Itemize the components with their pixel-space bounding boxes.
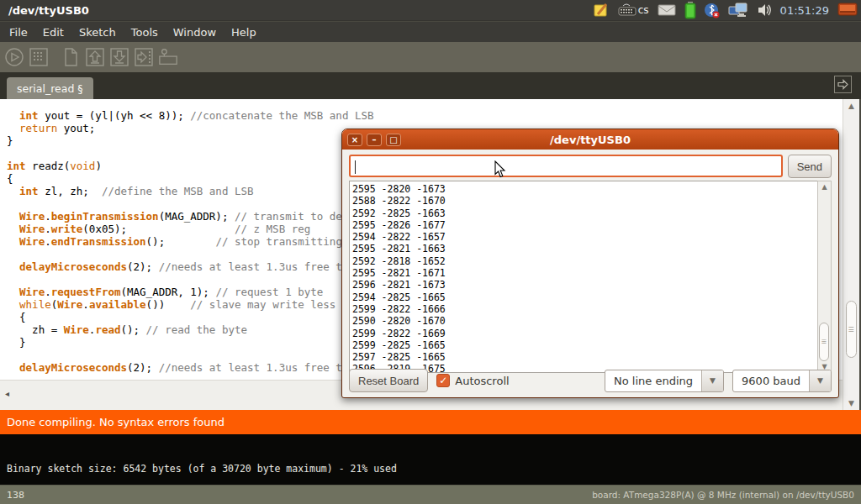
baud-rate-dropdown[interactable]: 9600 baud ▼ xyxy=(732,370,832,392)
serial-output-row: 2590 -2820 -1670 xyxy=(352,315,821,327)
open-sketch-button[interactable] xyxy=(85,47,105,67)
note-edit-icon[interactable] xyxy=(593,1,610,19)
toolbar xyxy=(0,42,861,72)
stop-button[interactable] xyxy=(29,47,49,67)
line-ending-value: No line ending xyxy=(605,370,701,391)
serial-monitor-window: × – □ /dev/ttyUSB0 Send 2595 -2820 -1673… xyxy=(341,129,839,398)
serial-output-row: 2597 -2825 -1665 xyxy=(352,351,821,363)
menu-help[interactable]: Help xyxy=(224,24,264,41)
serial-output-row: 2592 -2825 -1663 xyxy=(352,207,821,219)
volume-icon[interactable] xyxy=(757,1,772,19)
serial-output-row: 2594 -2822 -1657 xyxy=(352,231,821,243)
minimize-icon[interactable]: – xyxy=(367,134,382,146)
serial-output-row: 2595 -2821 -1671 xyxy=(352,267,821,279)
menu-file[interactable]: File xyxy=(2,24,35,41)
keyboard-layout-icon[interactable]: cs xyxy=(618,1,649,19)
chevron-down-icon: ▼ xyxy=(809,370,831,391)
serial-output-row: 2599 -2822 -1666 xyxy=(352,303,821,315)
close-icon[interactable]: × xyxy=(347,134,362,146)
serial-output-row: 2588 -2822 -1670 xyxy=(352,195,821,207)
code-line: int yout = (yl|(yh << 8)); //concatenate… xyxy=(7,109,843,122)
mail-icon[interactable] xyxy=(658,1,676,19)
menu-sketch[interactable]: Sketch xyxy=(71,24,124,41)
save-sketch-button[interactable] xyxy=(109,47,129,67)
serial-output-row: 2596 -2821 -1673 xyxy=(352,279,821,291)
serial-output-row: 2595 -2820 -1673 xyxy=(352,183,821,195)
status-footer: 138 board: ATmega328P(A) @ 8 MHz (intern… xyxy=(0,485,861,504)
serial-output-row: 2595 -2826 -1677 xyxy=(352,219,821,231)
line-ending-dropdown[interactable]: No line ending ▼ xyxy=(605,370,724,392)
vscroll-up-arrow-icon[interactable]: ▲ xyxy=(843,102,859,110)
menu-window[interactable]: Window xyxy=(166,24,224,41)
serial-scroll-thumb[interactable]: ☰ xyxy=(819,323,829,361)
autoscroll-checkbox[interactable]: ✓ xyxy=(436,374,450,387)
reset-board-button[interactable]: Reset Board xyxy=(349,369,428,392)
build-console-text: Binary sketch size: 6542 bytes (of a 307… xyxy=(7,463,397,475)
send-button[interactable]: Send xyxy=(788,155,832,178)
editor-vscrollbar[interactable]: ▲ ▼ ☰ xyxy=(843,99,859,410)
new-sketch-button[interactable] xyxy=(61,47,81,67)
text-caret xyxy=(355,160,356,174)
top-panel: /dev/ttyUSB0 cs 01:5 xyxy=(0,0,861,21)
maximize-icon[interactable]: □ xyxy=(386,134,401,146)
tab-bar: serial_read § xyxy=(0,72,861,99)
serial-monitor-button[interactable] xyxy=(158,47,178,67)
serial-output-list[interactable]: 2595 -2820 -16732588 -2822 -16702592 -28… xyxy=(349,181,822,373)
window-controls: × – □ xyxy=(342,134,401,146)
system-tray: cs 01:51:29 xyxy=(593,1,861,19)
chevron-down-icon: ▼ xyxy=(701,370,723,391)
baud-rate-value: 9600 baud xyxy=(733,370,809,391)
menu-tools[interactable]: Tools xyxy=(124,24,166,41)
cursor-line-number: 138 xyxy=(0,490,24,501)
serial-output-row: 2594 -2825 -1665 xyxy=(352,291,821,303)
tab-menu-button[interactable] xyxy=(834,76,852,93)
upload-button[interactable] xyxy=(134,47,154,67)
window-title: /dev/ttyUSB0 xyxy=(0,4,89,17)
serial-input-row: Send xyxy=(349,155,832,178)
tab-label: serial_read § xyxy=(17,82,83,95)
serial-scroll-up-icon[interactable]: ▲ xyxy=(818,183,831,191)
serial-monitor-controls: Reset Board ✓ Autoscroll No line ending … xyxy=(349,369,832,392)
compile-status-bar: Done compiling. No syntax errors found xyxy=(0,410,861,434)
tab-menu-arrow-icon xyxy=(837,78,849,91)
session-icon[interactable] xyxy=(837,1,858,19)
serial-scrollbar[interactable]: ▲ ▼ ☰ xyxy=(817,181,832,373)
autoscroll-label: Autoscroll xyxy=(455,375,509,387)
hscroll-left-arrow-icon[interactable]: ◂ xyxy=(5,389,9,398)
serial-output-row: 2592 -2818 -1652 xyxy=(352,255,821,267)
compile-status-message: Done compiling. No syntax errors found xyxy=(7,416,224,428)
keyboard-layout-label: cs xyxy=(638,4,649,16)
serial-monitor-title: /dev/ttyUSB0 xyxy=(342,134,838,146)
serial-output-row: 2599 -2822 -1669 xyxy=(352,328,821,339)
serial-output-row: 2599 -2825 -1665 xyxy=(352,339,821,351)
serial-input[interactable] xyxy=(349,155,783,177)
network-icon[interactable] xyxy=(728,1,748,19)
board-info: board: ATmega328P(A) @ 8 MHz (internal) … xyxy=(592,490,861,500)
verify-button[interactable] xyxy=(4,47,24,67)
battery-icon[interactable] xyxy=(684,1,696,19)
clock[interactable]: 01:51:29 xyxy=(780,4,829,17)
menu-edit[interactable]: Edit xyxy=(35,24,71,41)
serial-output-row: 2595 -2821 -1663 xyxy=(352,243,821,255)
menu-bar: FileEditSketchToolsWindowHelp xyxy=(0,22,861,42)
tab-serial-read[interactable]: serial_read § xyxy=(7,77,93,99)
bluetooth-icon[interactable] xyxy=(705,1,720,19)
vscroll-thumb[interactable]: ☰ xyxy=(846,301,857,358)
screen: /dev/ttyUSB0 cs 01:5 xyxy=(0,0,861,504)
serial-monitor-titlebar[interactable]: × – □ /dev/ttyUSB0 xyxy=(342,129,838,150)
vscroll-down-arrow-icon[interactable]: ▼ xyxy=(843,399,859,407)
build-console: Binary sketch size: 6542 bytes (of a 307… xyxy=(0,434,861,485)
